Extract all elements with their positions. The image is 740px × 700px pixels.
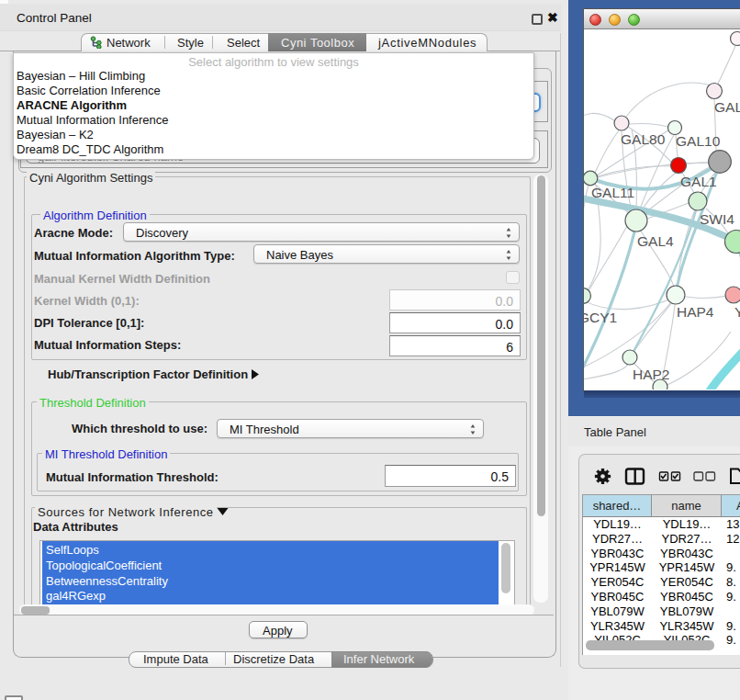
svg-text:GCY1: GCY1	[584, 310, 617, 325]
svg-text:Y: Y	[734, 304, 740, 320]
svg-text:GAL80: GAL80	[621, 131, 666, 147]
svg-text:HAP4: HAP4	[677, 304, 714, 320]
svg-text:SWI4: SWI4	[700, 211, 734, 227]
svg-text:GAL4: GAL4	[637, 233, 674, 249]
svg-text:GAL10: GAL10	[676, 133, 721, 149]
svg-text:HAP2: HAP2	[633, 367, 670, 382]
svg-text:GAL11: GAL11	[591, 185, 634, 200]
svg-text:GAL1: GAL1	[680, 174, 717, 189]
svg-text:GAL7: GAL7	[714, 99, 740, 115]
